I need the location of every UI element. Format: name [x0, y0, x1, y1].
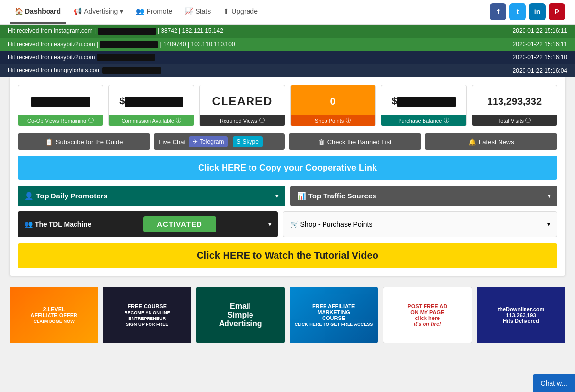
- chevron-tdl: ▾: [268, 221, 271, 228]
- nav-stats[interactable]: 📈 Stats: [180, 0, 216, 24]
- livechat-container: Live Chat ✈ Telegram S Skype: [154, 133, 284, 150]
- chevron-traffic: ▾: [548, 193, 550, 199]
- notification-3: Hit received from easybitz2u.com 2020-01…: [0, 51, 575, 64]
- traffic-header[interactable]: 📊 Top Traffic Sources ▾: [290, 186, 558, 206]
- info-icon-shop: ⓘ: [346, 117, 351, 124]
- linkedin-button[interactable]: in: [529, 3, 546, 20]
- notifications: Hit received from instagram.com | | 3874…: [0, 24, 575, 77]
- twitter-button[interactable]: t: [509, 3, 526, 20]
- stats-icon: 📈: [185, 7, 193, 15]
- commission-label: Commission Available: [122, 118, 174, 123]
- panels-row: 👤 Top Daily Promotors ▾ 📊 Top Traffic So…: [18, 186, 557, 206]
- stat-coop-views: Co-Op Views Remaining ⓘ: [18, 85, 103, 126]
- bell-icon: 🔔: [468, 138, 476, 146]
- shop-points-label: Shop Points: [315, 118, 344, 123]
- traffic-panel[interactable]: 📊 Top Traffic Sources ▾: [290, 186, 558, 206]
- ad-card-6[interactable]: theDownliner.com113,263,193Hits Delivere…: [477, 287, 565, 343]
- info-icon-balance: ⓘ: [444, 117, 449, 124]
- chevron-promotors: ▾: [275, 193, 278, 199]
- shop-icon: 🛒: [290, 220, 299, 228]
- main-card: Co-Op Views Remaining ⓘ $ Commission Ava…: [10, 77, 565, 276]
- promotors-header[interactable]: 👤 Top Daily Promotors ▾: [18, 186, 285, 206]
- required-views-label: Required Views: [220, 118, 257, 123]
- chevron-down-icon: ▾: [120, 7, 123, 15]
- nav-upgrade[interactable]: ⬆ Upgrade: [219, 0, 263, 24]
- stat-purchase-balance: $ Purchase Balance ⓘ: [381, 85, 467, 126]
- purchase-balance-label: Purchase Balance: [398, 118, 442, 123]
- info-icon-commission: ⓘ: [176, 117, 181, 124]
- activated-button[interactable]: ACTIVATED: [143, 216, 216, 232]
- ad-card-1[interactable]: 2-LEVELAFFILIATE OFFERCLAIM DOGE NOW: [10, 287, 98, 343]
- stats-row: Co-Op Views Remaining ⓘ $ Commission Ava…: [18, 85, 557, 126]
- nav-dashboard[interactable]: 🏠 Dashboard: [10, 0, 66, 24]
- ad-card-4[interactable]: FREE AFFILIATEMARKETINGCOURSECLICK HERE …: [290, 287, 378, 343]
- ad-card-5[interactable]: POST FREE ADON MY PAGEclick hereit's on …: [383, 287, 472, 343]
- ad-card-2[interactable]: FREE COURSEBECOME AN ONLINE ENTREPRENEUR…: [103, 287, 191, 343]
- nav-items: 🏠 Dashboard 📢 Advertising ▾ 👥 Promote 📈 …: [10, 0, 490, 24]
- stat-required-views: CLEARED Required Views ⓘ: [199, 85, 285, 126]
- action-buttons-row: 📋 Subscribe for the Guide Live Chat ✈ Te…: [18, 133, 557, 150]
- notification-4: Hit received from hungryforhits.com 2020…: [0, 64, 575, 77]
- pinterest-button[interactable]: P: [549, 3, 565, 20]
- tutorial-button[interactable]: Click HERE to Watch the Tutorial Video: [18, 243, 557, 268]
- navbar: 🏠 Dashboard 📢 Advertising ▾ 👥 Promote 📈 …: [0, 0, 575, 24]
- stat-total-visits: 113,293,332 Total Visits ⓘ: [472, 85, 557, 126]
- stat-commission: $ Commission Available ⓘ: [108, 85, 194, 126]
- home-icon: 🏠: [15, 7, 23, 15]
- notification-2: Hit received from easybitz2u.com | | 140…: [0, 38, 575, 51]
- ads-row: 2-LEVELAFFILIATE OFFERCLAIM DOGE NOW FRE…: [0, 282, 575, 348]
- latest-news-button[interactable]: 🔔 Latest News: [425, 133, 557, 150]
- total-visits-label: Total Visits: [498, 118, 524, 123]
- trash-icon: 🗑: [318, 138, 325, 146]
- skype-icon: S: [237, 138, 241, 145]
- chevron-shop: ▾: [547, 221, 550, 228]
- telegram-button[interactable]: ✈ Telegram: [189, 136, 227, 147]
- info-icon-visits: ⓘ: [525, 117, 531, 124]
- skype-button[interactable]: S Skype: [233, 136, 263, 147]
- livechat-label: Live Chat: [159, 138, 186, 146]
- ad-card-3[interactable]: EmailSimpleAdvertising: [196, 287, 284, 343]
- info-icon-views: ⓘ: [259, 117, 265, 124]
- tdl-panel: 👥 The TDL Machine ACTIVATED ▾: [18, 211, 278, 237]
- user-icon: 👤: [25, 192, 34, 200]
- coop-views-label: Co-Op Views Remaining: [27, 118, 86, 123]
- tdl-icon: 👥: [25, 220, 33, 228]
- chart-icon: 📊: [297, 192, 306, 200]
- coop-link-button[interactable]: Click HERE to Copy your Cooperative Link: [18, 156, 557, 180]
- nav-promote[interactable]: 👥 Promote: [131, 0, 177, 24]
- advertising-icon: 📢: [74, 7, 82, 15]
- stat-shop-points: 0 Shop Points ⓘ: [290, 85, 376, 126]
- book-icon: 📋: [45, 138, 53, 146]
- notification-1: Hit received from instagram.com | | 3874…: [0, 24, 575, 38]
- promote-icon: 👥: [136, 7, 144, 15]
- subscribe-button[interactable]: 📋 Subscribe for the Guide: [18, 133, 150, 150]
- shop-panel[interactable]: 🛒 Shop - Purchase Points ▾: [283, 211, 558, 237]
- nav-advertising[interactable]: 📢 Advertising ▾: [69, 0, 128, 24]
- tdl-header: 👥 The TDL Machine ACTIVATED ▾: [18, 211, 278, 237]
- banned-list-button[interactable]: 🗑 Check the Banned List: [289, 133, 421, 150]
- social-icons: f t in P: [490, 3, 565, 20]
- tdl-shop-row: 👥 The TDL Machine ACTIVATED ▾ 🛒 Shop - P…: [18, 211, 557, 237]
- promotors-panel[interactable]: 👤 Top Daily Promotors ▾: [18, 186, 285, 206]
- facebook-button[interactable]: f: [490, 3, 506, 20]
- telegram-icon: ✈: [193, 138, 198, 145]
- upgrade-icon: ⬆: [224, 7, 229, 15]
- info-icon: ⓘ: [88, 117, 94, 124]
